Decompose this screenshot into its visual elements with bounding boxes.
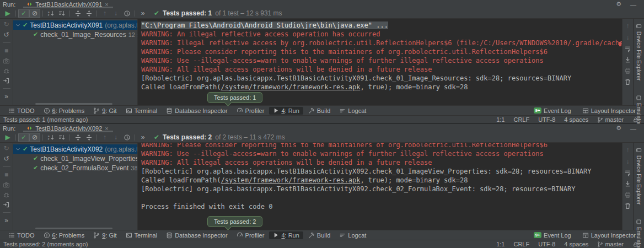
rerun-failed-tests-icon[interactable]: ↺ [3, 31, 9, 39]
run-tab[interactable]: TestB1BasicActivityX091 × [23, 0, 113, 8]
show-ignored-toggle[interactable]: ⊘ [29, 9, 40, 18]
toolwindow-layout-inspector[interactable]: Layout Inspector [578, 231, 640, 239]
test-history-icon[interactable] [121, 9, 132, 18]
down-stack-trace-icon[interactable]: ↓ [626, 158, 630, 165]
next-failed-test-icon[interactable]: ↓ [110, 133, 121, 142]
show-passed-toggle[interactable]: ✓ [18, 9, 29, 18]
device-file-explorer-button[interactable]: Device File Explorer [636, 147, 642, 204]
sort-by-duration-icon[interactable] [56, 133, 67, 142]
scroll-to-end-icon[interactable] [624, 56, 631, 63]
toolwindow-todo[interactable]: TODO [4, 107, 39, 115]
minimize-icon[interactable]: — [630, 125, 636, 132]
toolwindow-git[interactable]: 9: Git [89, 107, 120, 115]
thread-dump-icon[interactable] [3, 181, 10, 188]
toolwindow-todo[interactable]: TODO [4, 231, 39, 239]
indent-setting[interactable]: 4 spaces [564, 116, 588, 123]
close-icon[interactable]: × [105, 125, 108, 132]
more-icon[interactable]: » [4, 217, 8, 224]
show-ignored-toggle[interactable]: ⊘ [29, 133, 40, 142]
toolwindow-logcat[interactable]: Logcat [335, 107, 370, 115]
git-branch-widget[interactable]: master [597, 241, 624, 247]
expand-all-icon[interactable] [72, 133, 83, 142]
emulator-button[interactable]: Emulator [636, 95, 642, 125]
sort-by-duration-icon[interactable] [56, 9, 67, 18]
toolwindow-event-log[interactable]: 9+ Event Log [530, 231, 575, 239]
toolwindow-run[interactable]: 4: Run [269, 107, 303, 115]
toolwindow-profiler[interactable]: Profiler [233, 231, 269, 239]
attach-debugger-icon[interactable] [3, 191, 10, 198]
close-icon[interactable]: × [105, 1, 108, 8]
collapse-all-icon[interactable] [83, 9, 94, 18]
next-failed-test-icon[interactable]: ↓ [110, 9, 121, 18]
chevron-down-icon[interactable] [15, 23, 20, 28]
up-stack-trace-icon[interactable]: ↑ [626, 22, 630, 30]
error-stripe-mark[interactable] [619, 42, 621, 46]
attach-debugger-icon[interactable] [3, 67, 10, 74]
line-ending[interactable]: CRLF [513, 241, 529, 247]
line-ending[interactable]: CRLF [513, 116, 529, 123]
toolwindow-logcat[interactable]: Logcat [335, 231, 370, 239]
gear-icon[interactable]: ⚙ [616, 125, 621, 132]
tree-horizontal-scrollbar[interactable] [35, 228, 112, 229]
toolwindow-event-log[interactable]: 9+ Event Log [530, 107, 575, 115]
toolwindow-layout-inspector[interactable]: Layout Inspector [578, 107, 640, 115]
minimize-icon[interactable]: — [630, 1, 636, 8]
show-passed-toggle[interactable]: ✓ [18, 133, 29, 142]
test-tree-row[interactable]: ✔ check_01_ImageView_Properties 11 s 91 … [13, 154, 137, 163]
toolwindow-build[interactable]: Build [304, 231, 334, 239]
print-icon[interactable] [624, 67, 631, 74]
file-encoding[interactable]: UTF-8 [538, 241, 555, 247]
restore-layout-icon[interactable] [3, 201, 10, 208]
rerun-tests-button[interactable]: ▶ [2, 9, 13, 18]
device-file-explorer-button[interactable]: Device File Explorer [636, 23, 642, 80]
rerun-failed-tests-icon[interactable]: ↺ [3, 155, 9, 163]
collapse-all-icon[interactable] [83, 133, 94, 142]
more-actions-icon[interactable]: » [137, 133, 148, 142]
console-file-link[interactable]: /system/framework/framework-res.apk [221, 176, 361, 184]
clear-console-icon[interactable] [624, 202, 631, 209]
git-branch-widget[interactable]: master [597, 116, 624, 123]
more-actions-icon[interactable]: » [137, 9, 148, 18]
stop-icon[interactable]: ■ [4, 47, 8, 55]
soft-wrap-icon[interactable] [624, 169, 631, 176]
soft-wrap-icon[interactable] [624, 45, 631, 52]
down-stack-trace-icon[interactable]: ↓ [626, 34, 630, 41]
toolwindow-terminal[interactable]: Terminal [122, 107, 162, 115]
scroll-to-end-icon[interactable] [624, 180, 631, 187]
toolwindow-database-inspector[interactable]: Database Inspector [162, 107, 231, 115]
toolwindow-database-inspector[interactable]: Database Inspector [162, 231, 231, 239]
toolwindow-problems[interactable]: 6: Problems [40, 231, 89, 239]
caret-position[interactable]: 1:1 [496, 241, 505, 247]
sort-alphabetically-icon[interactable]: a z [45, 133, 56, 142]
rerun-tests-button[interactable]: ▶ [2, 133, 13, 142]
toolwindow-run[interactable]: 4: Run [269, 231, 303, 239]
test-history-icon[interactable] [121, 133, 132, 142]
toolwindow-terminal[interactable]: Terminal [122, 231, 162, 239]
toolwindow-git[interactable]: 9: Git [89, 231, 120, 239]
rerun-icon[interactable]: ↻ [3, 20, 9, 28]
caret-position[interactable]: 1:1 [496, 116, 505, 123]
stop-icon[interactable]: ■ [4, 171, 8, 179]
toolwindow-build[interactable]: Build [304, 107, 334, 115]
thread-dump-icon[interactable] [3, 57, 10, 64]
up-stack-trace-icon[interactable]: ↑ [626, 146, 630, 154]
more-icon[interactable]: » [4, 93, 8, 100]
gear-icon[interactable]: ⚙ [616, 1, 621, 8]
run-tab[interactable]: TestB1BasicActivityX092 × [23, 124, 113, 132]
chevron-down-icon[interactable] [15, 147, 20, 152]
sort-alphabetically-icon[interactable]: a z [45, 9, 56, 18]
rerun-icon[interactable]: ↻ [3, 144, 9, 152]
clear-console-icon[interactable] [624, 78, 631, 85]
previous-failed-test-icon[interactable]: ↑ [99, 133, 110, 142]
tree-horizontal-scrollbar[interactable] [35, 103, 112, 105]
file-encoding[interactable]: UTF-8 [538, 116, 555, 123]
restore-layout-icon[interactable] [3, 77, 10, 84]
console-file-link[interactable]: /system/framework/framework-res.apk [221, 83, 361, 91]
previous-failed-test-icon[interactable]: ↑ [99, 9, 110, 18]
toolwindow-profiler[interactable]: Profiler [233, 107, 269, 115]
expand-all-icon[interactable] [72, 9, 83, 18]
print-icon[interactable] [624, 191, 631, 198]
test-tree-root-row[interactable]: ✔ TestB1BasicActivityX091 (org.aplas.t 1… [13, 20, 137, 30]
test-tree-row[interactable]: ✔ check_02_FormulaBox_Event 381 ms [13, 163, 137, 172]
test-tree-row[interactable]: ✔ check_01_Image_Resources 12 s 931 ms [13, 30, 137, 39]
